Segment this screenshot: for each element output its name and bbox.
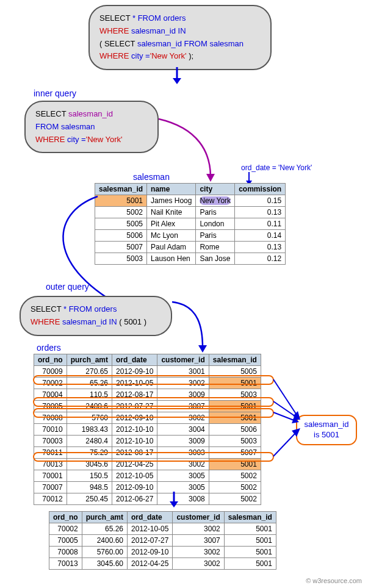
t: WHERE — [99, 51, 129, 60]
arrow-to-oval-icon — [273, 377, 310, 462]
col-header: purch_amt — [82, 512, 127, 523]
annot-orddate: ord_date = 'New York' — [241, 163, 312, 172]
arrow-down-icon — [171, 67, 195, 85]
svg-marker-6 — [198, 345, 207, 353]
col-header: ord_date — [128, 512, 173, 523]
svg-marker-1 — [173, 78, 181, 84]
t: city = — [65, 135, 85, 144]
svg-line-13 — [273, 432, 297, 456]
table-row: 700133045.602012-04-2530025001 — [49, 558, 276, 570]
t: 'New York' — [86, 135, 123, 144]
t: FROM — [184, 39, 207, 48]
t: FROM — [138, 13, 161, 23]
col-header: city — [196, 184, 235, 195]
svg-marker-2 — [206, 174, 215, 182]
t: is 5001 — [314, 430, 339, 439]
table-row: 70007948.52012-09-1030055002 — [34, 482, 261, 493]
t: salesman_id — [305, 420, 349, 429]
t: FROM — [35, 122, 59, 131]
table-row: 7001175.292012-08-1730035007 — [34, 447, 261, 459]
table-row: 7000857602012-09-1030025001 — [34, 412, 261, 424]
orders-table: ord_nopurch_amtord_datecustomer_idsalesm… — [34, 354, 261, 505]
table-row: 700052400.602012-07-2730075001 — [49, 535, 276, 547]
col-header: ord_date — [112, 354, 157, 366]
salesman-title: salesman — [133, 172, 170, 182]
t: IN — [109, 317, 117, 326]
table-row: 700085760.002012-09-1030025001 — [49, 547, 276, 558]
t: SELECT — [35, 109, 66, 118]
t: salesman_id — [129, 26, 178, 35]
table-row: 700101983.432012-10-1030045006 — [34, 424, 261, 436]
t: IN — [178, 26, 186, 35]
svg-marker-16 — [170, 501, 178, 507]
table-row: 700032480.42012-10-1030095003 — [34, 436, 261, 447]
t: ); — [187, 51, 194, 60]
col-header: customer_id — [173, 512, 224, 523]
col-header: ord_no — [49, 512, 82, 523]
t: FROM — [69, 304, 92, 314]
arrow-down-icon — [168, 492, 186, 510]
col-header: name — [147, 184, 196, 195]
inner-sql-box: SELECT salesman_id FROM salesman WHERE c… — [24, 101, 159, 153]
outer-sql-box: SELECT * FROM orders WHERE salesman_id I… — [20, 296, 172, 336]
t: * — [61, 304, 68, 314]
t: SELECT — [99, 13, 130, 23]
table-row: 7000265.262012-10-0530025001 — [34, 378, 261, 389]
table-row: 700133045.62012-04-2530025001 — [34, 459, 261, 470]
t: ( — [99, 39, 104, 48]
col-header: customer_id — [157, 354, 209, 366]
t: ( 5001 ) — [117, 317, 146, 326]
arrow-curve-icon — [154, 299, 215, 354]
t: city = — [129, 51, 150, 60]
t: SELECT — [31, 304, 61, 314]
t: salesman_id — [135, 39, 184, 48]
table-row: 70009270.652012-09-1030015005 — [34, 366, 261, 378]
t: 'New York' — [150, 51, 187, 60]
col-header: salesman_id — [95, 184, 147, 195]
t: WHERE — [31, 317, 60, 326]
table-row: 70001150.52012-10-0530055002 — [34, 470, 261, 482]
t: orders — [92, 304, 117, 314]
main-sql-box: SELECT * FROM orders WHERE salesman_id I… — [88, 5, 272, 70]
table-row: 7000265.262012-10-0530025001 — [49, 523, 276, 535]
t: WHERE — [99, 26, 129, 35]
orders-title: orders — [37, 343, 61, 353]
t: orders — [161, 13, 186, 23]
table-row: 70004110.52012-08-1730095003 — [34, 389, 261, 401]
footer-credit: © w3resource.com — [306, 577, 362, 584]
col-header: commission — [235, 184, 286, 195]
table-row: 70012250.452012-06-2730085002 — [34, 493, 261, 505]
col-header: purch_amt — [67, 354, 112, 366]
col-header: salesman_id — [224, 512, 276, 523]
t: WHERE — [35, 135, 65, 144]
t: salesman — [207, 39, 244, 48]
t: salesman_id — [66, 109, 113, 118]
col-header: salesman_id — [209, 354, 261, 366]
inner-query-label: inner query — [34, 88, 76, 98]
table-row: 700052400.62012-07-2730075001 — [34, 401, 261, 412]
svg-line-7 — [273, 379, 298, 417]
t: SELECT — [104, 39, 135, 48]
t: salesman — [59, 122, 95, 131]
t: salesman_id — [60, 317, 109, 326]
result-table: ord_nopurch_amtord_datecustomer_idsalesm… — [49, 511, 276, 570]
outer-query-label: outer query — [46, 282, 89, 292]
t: * — [130, 13, 137, 23]
col-header: ord_no — [34, 354, 67, 366]
